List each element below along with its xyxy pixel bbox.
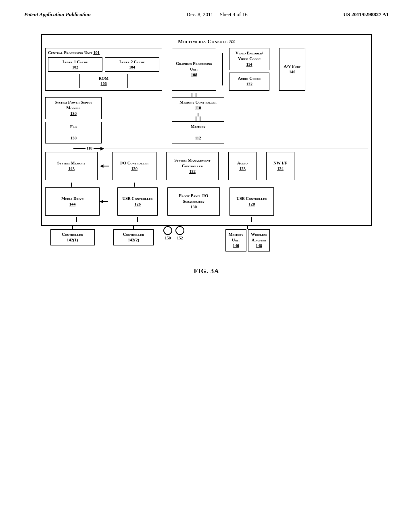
sys-mem-arrow: ◀: [101, 152, 109, 180]
media-drive-row: Media Drive 144 ◀: [45, 187, 108, 216]
memory-unit-box: Memory Unit 146: [225, 229, 246, 251]
header-center: Dec. 8, 2011 Sheet 4 of 16: [187, 11, 248, 18]
rom-box: ROM 106: [79, 74, 128, 88]
row1-row2-connector: [45, 93, 368, 97]
controller-142-2-area: Controller 142(2): [113, 226, 154, 245]
spacer-3: [160, 152, 163, 180]
header-date: Dec. 8, 2011: [187, 11, 213, 17]
connector-118-label: 118: [87, 146, 92, 150]
bottom-outside: Controller 142(1) Controller 142(2) 150: [41, 226, 372, 251]
spacer-5: [260, 152, 263, 180]
graphics-box: Graphics Processing Unit 108: [172, 48, 216, 91]
usb-controller-126-box: USB Controller 126: [117, 187, 158, 216]
controller-142-1-box: Controller 142(1): [50, 229, 95, 245]
header-sheet: Sheet 4 of 16: [220, 11, 248, 17]
connector-152-circle: [175, 226, 184, 235]
row-1: Central Processing Unit 101 Level 1 Cach…: [45, 48, 368, 91]
usb-controller-128-box: USB Controller 128: [229, 187, 274, 216]
level1-cache-box: Level 1 Cache 102: [48, 57, 102, 72]
connector-152-label: 152: [177, 236, 183, 240]
console-title: Multimedia Console 52: [45, 38, 368, 45]
media-drive-box: Media Drive 144: [45, 187, 100, 216]
spacer-8: [223, 187, 226, 216]
level2-cache-box: Level 2 Cache 104: [105, 57, 159, 72]
system-memory-box: System Memory 143: [45, 152, 98, 180]
memory-wireless-area: Memory Unit 146 Wireless Adapter 148: [225, 226, 270, 251]
front-panel-box: Front Panel I/O Subassembly 130: [167, 187, 220, 216]
mem-ctrl-conn: [198, 113, 198, 116]
io-controller-box: I/O Controller 120: [112, 152, 156, 180]
controller-142-2-box: Controller 142(2): [113, 229, 154, 245]
audio-codec-box: Audio Codec 132: [229, 73, 269, 91]
system-power-box: System Power Supply Module 136: [45, 97, 102, 119]
video-encoder-box: Video Encoder/ Video Codec 114: [229, 48, 269, 70]
cpu-title: Central Processing Unit 101: [48, 50, 159, 55]
memory-ctrl-column: Memory Controller 110 Memory 112: [172, 97, 224, 143]
row4-bottom-connector: [45, 217, 368, 222]
nw-if-box: NW I/F 124: [266, 152, 294, 180]
rom-row: ROM 106: [48, 74, 159, 88]
header-left: Patent Application Publication: [24, 11, 91, 18]
av-connector: [273, 48, 276, 91]
memory-controller-box: Memory Controller 110: [172, 97, 224, 113]
page-header: Patent Application Publication Dec. 8, 2…: [0, 0, 413, 22]
fig-caption: FIG. 3A: [194, 268, 219, 275]
spacer-2: [105, 97, 169, 143]
row-2: System Power Supply Module 136 Fan 138 M…: [45, 97, 368, 143]
power-fan-column: System Power Supply Module 136 Fan 138: [45, 97, 102, 143]
spacer-1: [165, 48, 169, 91]
sys-mgmt-controller-box: System Management Controller 122: [166, 152, 219, 180]
controller-142-1-area: Controller 142(1): [41, 226, 104, 245]
header-right: US 2011/0298827 A1: [343, 11, 389, 18]
row2-row3-divider: 118 ▶: [45, 146, 368, 150]
spacer-6: [111, 187, 114, 216]
connector-150-circle: [163, 226, 172, 235]
connectors-150-152: 150 152: [163, 226, 216, 242]
diagram-area: Multimedia Console 52 Central Processing…: [0, 22, 413, 283]
graphics-video-connector: [219, 48, 226, 91]
fan-box: Fan 138: [45, 122, 102, 144]
spacer-7: [161, 187, 164, 216]
connector-150-label: 150: [165, 236, 171, 240]
av-port-box: A/V Port 140: [279, 48, 305, 91]
audio-box: Audio 123: [228, 152, 257, 180]
spacer-4: [222, 152, 225, 180]
wireless-adapter-box: Wireless Adapter 148: [248, 229, 270, 251]
row-3: System Memory 143 ◀ I/O Controller 120 S…: [45, 152, 368, 180]
row3-row4-connector: [45, 183, 368, 187]
cpu-caches: Level 1 Cache 102 Level 2 Cache 104: [48, 57, 159, 72]
cpu-section: Central Processing Unit 101 Level 1 Cach…: [45, 48, 162, 91]
video-audio-column: Video Encoder/ Video Codec 114 Audio Cod…: [229, 48, 269, 91]
row-4: Media Drive 144 ◀ USB Controller 126 Fro…: [45, 187, 368, 216]
console-box: Multimedia Console 52 Central Processing…: [41, 34, 372, 226]
memory-box: Memory 112: [172, 121, 224, 143]
